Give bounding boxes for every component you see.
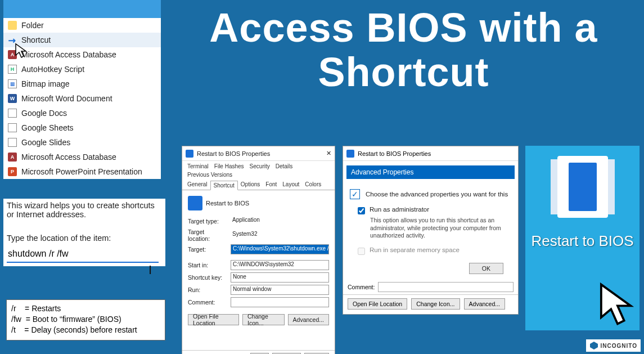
advanced-properties-header: Advanced Properties (346, 165, 515, 179)
menu-item-label: Folder (21, 21, 44, 30)
close-button[interactable]: ✕ (321, 150, 331, 157)
target-label: Target: (188, 246, 227, 253)
separate-memory-checkbox (358, 248, 365, 255)
run-as-admin-label: Run as administrator (370, 206, 429, 213)
menu-item-label: Microsoft PowerPoint Presentation (21, 167, 142, 176)
location-label: Type the location of the item: (7, 234, 162, 243)
change-icon-button[interactable]: Change Icon... (411, 298, 460, 310)
autohotkey-icon: H (8, 65, 17, 74)
tabs-row-1: Terminal File Hashes Security Details Pr… (182, 161, 335, 179)
target-location-value: System32 (231, 230, 329, 240)
open-file-location-button[interactable]: Open File Location (348, 298, 407, 310)
menu-item-gslides[interactable]: Google Slides (3, 135, 161, 150)
menu-item-label: Google Sheets (21, 123, 74, 132)
menu-item-gsheets[interactable]: Google Sheets (3, 120, 161, 135)
menu-item-label: Shortcut (21, 35, 51, 44)
startin-field[interactable]: C:\WINDOWS\system32 (231, 260, 329, 270)
target-field[interactable]: C:\Windows\System32\shutdown.exe /r /fw … (231, 244, 329, 254)
location-input[interactable] (7, 246, 159, 263)
open-file-location-button[interactable]: Open File Location (188, 314, 239, 325)
tab-general[interactable]: General (184, 180, 210, 190)
menu-item-gdocs[interactable]: Google Docs (3, 106, 161, 120)
run-as-admin-checkbox[interactable] (358, 207, 365, 214)
menu-item-bitmap[interactable]: ▩ Bitmap image (3, 77, 161, 91)
menu-item-shortcut[interactable]: ↗ Shortcut (3, 33, 161, 47)
menu-item-label: Google Slides (21, 138, 70, 147)
separate-memory-option: Run in separate memory space (358, 247, 511, 255)
access-icon: A (8, 50, 17, 59)
comment-label: Comment: (348, 284, 375, 290)
target-location-label: Target location: (188, 228, 227, 242)
folder-icon (8, 21, 17, 30)
menu-item-folder[interactable]: Folder (3, 18, 161, 33)
comment-field[interactable] (231, 297, 329, 307)
ok-button[interactable]: OK (469, 263, 503, 274)
menu-item-access-db[interactable]: A Microsoft Access Database (3, 47, 161, 62)
shortcut-key-field[interactable]: None (231, 272, 329, 283)
logo-icon (589, 341, 598, 350)
tab-previous-versions[interactable]: Previous Versions (184, 171, 235, 179)
advanced-properties-dialog: Restart to BIOS Properties Advanced Prop… (343, 146, 519, 315)
google-docs-icon (8, 109, 17, 118)
window-icon (346, 150, 354, 158)
check-icon: ✓ (350, 189, 360, 199)
change-icon-button[interactable]: Change Icon... (242, 314, 285, 325)
legend-line: /r = Restarts (11, 303, 160, 314)
tab-layout[interactable]: Layout (280, 180, 302, 190)
watermark-text: INCOGNITO (601, 343, 637, 349)
advanced-button[interactable]: Advanced... (288, 314, 329, 325)
shortcut-label: Restart to BIOS (531, 232, 633, 250)
run-as-admin-option[interactable]: Run as administrator (358, 206, 511, 214)
tab-font[interactable]: Font (263, 180, 280, 190)
menu-item-ahk[interactable]: H AutoHotkey Script (3, 62, 161, 77)
target-type-value: Application (231, 216, 329, 226)
run-dropdown[interactable]: Normal window (231, 285, 329, 295)
watermark: INCOGNITO (586, 339, 641, 352)
switch-legend: /r = Restarts /fw = Boot to “firmware” (… (6, 299, 165, 340)
menu-item-word[interactable]: W Microsoft Word Document (3, 91, 161, 106)
page-title: Access BIOS with a Shortcut (169, 6, 638, 95)
tab-details[interactable]: Details (273, 162, 296, 171)
tab-options[interactable]: Options (238, 180, 263, 190)
powerpoint-icon: P (8, 167, 17, 176)
window-icon (186, 150, 193, 158)
desktop-shortcut[interactable]: Restart to BIOS (525, 146, 640, 330)
google-sheets-icon (8, 123, 17, 132)
window-title: Restart to BIOS Properties (197, 150, 318, 157)
run-label: Run: (188, 286, 227, 293)
tab-shortcut[interactable]: Shortcut (210, 181, 238, 190)
target-type-label: Target type: (188, 218, 227, 225)
window-title: Restart to BIOS Properties (358, 150, 515, 157)
menu-item-access-db-2[interactable]: A Microsoft Access Database (3, 150, 161, 164)
bitmap-icon: ▩ (8, 79, 17, 88)
advanced-button[interactable]: Advanced... (464, 298, 505, 310)
shortcut-icon: ↗ (6, 34, 19, 47)
tab-file-hashes[interactable]: File Hashes (211, 162, 247, 171)
menu-item-label: Microsoft Access Database (21, 153, 116, 162)
shortcut-file-icon (188, 196, 202, 210)
create-shortcut-wizard: This wizard helps you to create shortcut… (3, 199, 165, 266)
shortcut-key-label: Shortcut key: (188, 274, 227, 281)
word-icon: W (8, 94, 17, 103)
wizard-intro-text: This wizard helps you to create shortcut… (7, 201, 162, 219)
shortcut-file-icon (557, 156, 608, 218)
comment-label: Comment: (188, 299, 227, 306)
menu-item-label: AutoHotkey Script (21, 65, 84, 74)
google-slides-icon (8, 138, 17, 147)
context-menu-header (3, 0, 161, 18)
tabs-row-2: General Shortcut Options Font Layout Col… (182, 179, 335, 190)
legend-line: /t = Delay (seconds) before restart (11, 325, 160, 335)
run-as-admin-description: This option allows you to run this short… (370, 217, 511, 240)
menu-item-label: Bitmap image (21, 79, 70, 88)
menu-item-powerpoint[interactable]: P Microsoft PowerPoint Presentation (3, 164, 161, 179)
shortcut-name: Restart to BIOS (206, 200, 249, 207)
svg-marker-0 (590, 342, 598, 349)
tab-terminal[interactable]: Terminal (184, 162, 211, 171)
comment-field[interactable] (378, 282, 514, 292)
menu-item-label: Google Docs (21, 109, 67, 118)
advanced-intro-text: Choose the advanced properties you want … (366, 191, 508, 198)
properties-dialog: Restart to BIOS Properties ✕ Terminal Fi… (182, 146, 335, 354)
startin-label: Start in: (188, 262, 227, 268)
tab-colors[interactable]: Colors (302, 180, 324, 190)
tab-security[interactable]: Security (247, 162, 273, 171)
